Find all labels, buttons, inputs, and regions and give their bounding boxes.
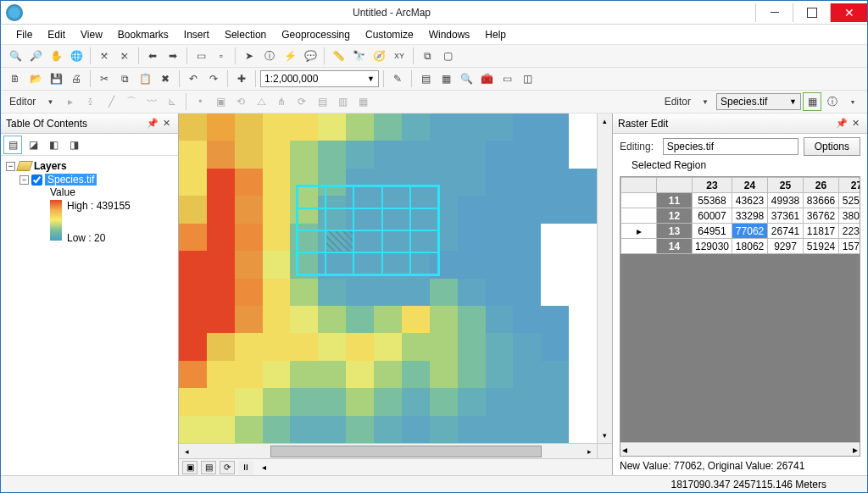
editing-input[interactable] [663, 138, 798, 155]
cut-icon[interactable]: ✂ [95, 69, 114, 88]
close-panel-icon[interactable]: ✕ [849, 117, 862, 130]
selection-region[interactable] [296, 185, 440, 276]
menu-view[interactable]: View [74, 27, 109, 42]
raster-edit-tool-icon[interactable]: ▦ [803, 92, 821, 111]
menu-bookmarks[interactable]: Bookmarks [111, 27, 175, 42]
viewer-window-icon[interactable]: ▢ [438, 47, 457, 65]
editor-layer-combo[interactable]: Species.tif ▼ [716, 93, 801, 110]
zoom-in-fixed-icon[interactable]: ⤧ [95, 47, 114, 65]
data-view-button[interactable]: ▣ [182, 461, 198, 474]
split-icon[interactable]: ⋔ [272, 92, 291, 111]
menu-insert[interactable]: Insert [177, 27, 216, 42]
print-icon[interactable]: 🖨 [67, 69, 86, 88]
pause-button[interactable]: ⏸ [238, 461, 253, 474]
new-icon[interactable]: 🗎 [6, 69, 25, 88]
scale-value: 1:2,000,000 [264, 73, 318, 85]
menu-file[interactable]: File [9, 27, 39, 42]
html-popup-icon[interactable]: 💬 [301, 47, 320, 65]
list-by-visibility-icon[interactable]: ◧ [44, 136, 63, 154]
zoom-out-fixed-icon[interactable]: ⤪ [115, 47, 134, 65]
copy-icon[interactable]: ⧉ [115, 69, 134, 88]
time-slider-icon[interactable]: ⧉ [418, 47, 437, 65]
right-angle-icon[interactable]: ⊾ [163, 92, 181, 111]
create-features-icon[interactable]: ▦ [353, 92, 372, 111]
reshape-icon[interactable]: ⟲ [231, 92, 250, 111]
menu-help[interactable]: Help [478, 27, 513, 42]
search-window-icon[interactable]: 🔍 [457, 69, 476, 88]
pin-icon[interactable]: 📌 [835, 117, 849, 130]
region-grid[interactable]: 2324252627115536843623499388366652585126… [620, 176, 860, 457]
prev-extent-icon[interactable]: ⬅ [143, 47, 162, 65]
open-icon[interactable]: 📂 [26, 69, 45, 88]
list-by-selection-icon[interactable]: ◨ [64, 136, 83, 154]
refresh-button[interactable]: ⟳ [220, 461, 235, 474]
full-extent-icon[interactable]: 🌐 [67, 47, 86, 65]
redo-icon[interactable]: ↷ [204, 69, 223, 88]
zoom-out-icon[interactable]: 🔎 [26, 47, 45, 65]
toolbox-icon[interactable]: 🧰 [477, 69, 496, 88]
layer-visible-checkbox[interactable] [31, 174, 42, 186]
measure-icon[interactable]: 📏 [329, 47, 348, 65]
attributes-icon[interactable]: ▤ [313, 92, 331, 111]
map-canvas[interactable]: ▴▾ ◂▸ [179, 114, 612, 458]
rotate-icon[interactable]: ⟳ [292, 92, 311, 111]
clear-select-icon[interactable]: ▫ [212, 47, 231, 65]
minimize-button[interactable] [755, 3, 793, 22]
scale-combo[interactable]: 1:2,000,000 ▼ [260, 70, 379, 87]
add-data-icon[interactable]: ✚ [232, 69, 251, 88]
model-builder-icon[interactable]: ◫ [518, 69, 537, 88]
scroll-left-icon[interactable]: ◂ [262, 463, 266, 472]
layout-view-button[interactable]: ▤ [201, 461, 216, 474]
find-route-icon[interactable]: 🧭 [370, 47, 388, 65]
expander-icon[interactable]: − [6, 162, 15, 171]
toc-icon[interactable]: ▤ [416, 69, 435, 88]
menu-windows[interactable]: Windows [422, 27, 477, 42]
zoom-in-icon[interactable]: 🔍 [6, 47, 25, 65]
horizontal-scrollbar[interactable]: ◂▸ [179, 443, 597, 458]
menu-geoprocessing[interactable]: Geoprocessing [275, 27, 357, 42]
delete-icon[interactable]: ✖ [156, 69, 175, 88]
list-by-source-icon[interactable]: ◪ [24, 136, 42, 154]
hyperlink-icon[interactable]: ⚡ [281, 47, 299, 65]
find-icon[interactable]: 🔭 [349, 47, 368, 65]
dropdown-icon[interactable]: ▾ [843, 92, 862, 111]
close-button[interactable]: ✕ [830, 3, 867, 22]
maximize-button[interactable] [793, 3, 830, 22]
edit-tool-icon[interactable]: ▸ [61, 92, 80, 111]
end-point-arc-icon[interactable]: ⌒ [122, 92, 141, 111]
trace-icon[interactable]: 〰 [142, 92, 161, 111]
grid-scrollbar[interactable]: ◂▸ [620, 442, 860, 456]
editor-dropdown-2-icon[interactable]: ▼ [696, 92, 715, 111]
undo-icon[interactable]: ↶ [184, 69, 203, 88]
identify-icon[interactable]: ⓘ [260, 47, 279, 65]
menu-selection[interactable]: Selection [218, 27, 273, 42]
layer-name[interactable]: Species.tif [45, 174, 97, 186]
python-icon[interactable]: ▭ [498, 69, 516, 88]
editor-dropdown-icon[interactable]: ▼ [41, 92, 59, 111]
list-by-drawing-icon[interactable]: ▤ [3, 136, 22, 154]
edit-vertices-icon[interactable]: ▣ [211, 92, 230, 111]
paste-icon[interactable]: 📋 [136, 69, 154, 88]
layers-group[interactable]: Layers [34, 160, 67, 172]
vertical-scrollbar[interactable]: ▴▾ [597, 114, 612, 443]
expander-icon[interactable]: − [19, 175, 29, 185]
goto-xy-icon[interactable]: XY [390, 47, 409, 65]
catalog-icon[interactable]: ▦ [437, 69, 455, 88]
close-panel-icon[interactable]: ✕ [159, 117, 173, 130]
editor-toolbar-icon[interactable]: ✎ [388, 69, 407, 88]
save-icon[interactable]: 💾 [47, 69, 65, 88]
edit-annotation-icon[interactable]: ⧰ [81, 92, 100, 111]
menu-edit[interactable]: Edit [41, 27, 72, 42]
sketch-props-icon[interactable]: ▥ [333, 92, 352, 111]
info-tool-icon[interactable]: ⓘ [823, 92, 842, 111]
straight-segment-icon[interactable]: ╱ [102, 92, 120, 111]
options-button[interactable]: Options [804, 137, 860, 156]
next-extent-icon[interactable]: ➡ [164, 47, 182, 65]
cut-polygons-icon[interactable]: ⧍ [252, 92, 270, 111]
menu-customize[interactable]: Customize [359, 27, 420, 42]
select-features-icon[interactable]: ▭ [192, 47, 210, 65]
point-icon[interactable]: • [191, 92, 209, 111]
pointer-icon[interactable]: ➤ [240, 47, 259, 65]
pin-icon[interactable]: 📌 [146, 117, 159, 130]
pan-icon[interactable]: ✋ [47, 47, 65, 65]
